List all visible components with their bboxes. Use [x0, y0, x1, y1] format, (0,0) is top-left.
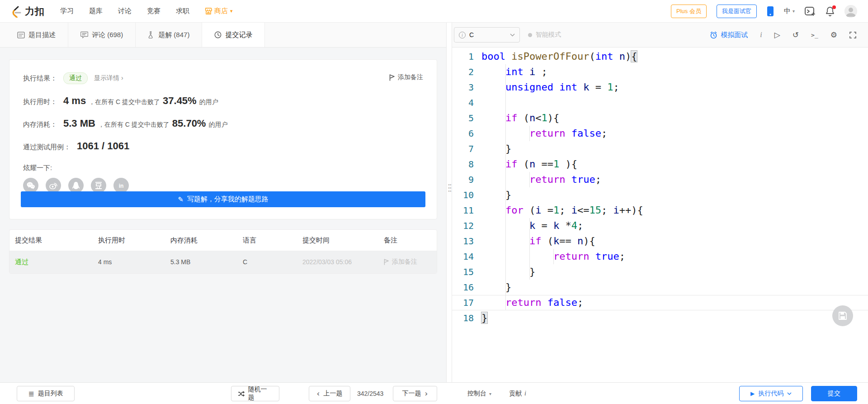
random-question-button[interactable]: 随机一题: [231, 386, 279, 401]
code-line-3[interactable]: 3 unsigned int k = 1;: [452, 80, 868, 95]
editor-shortcuts-info-icon[interactable]: i: [760, 31, 762, 38]
store-icon: [205, 8, 212, 14]
code-token: true: [595, 251, 619, 262]
smart-mode-indicator[interactable]: 智能模式: [528, 31, 561, 39]
nav-item-3[interactable]: 竞赛: [147, 7, 160, 15]
write-solution-button[interactable]: ✎ 写题解，分享我的解题思路: [21, 191, 425, 207]
code-token: int: [505, 66, 524, 77]
code-line-9[interactable]: 9 return true;: [452, 172, 868, 187]
tab-1[interactable]: 评论 (698): [68, 23, 136, 47]
code-line-4[interactable]: 4: [452, 95, 868, 110]
save-code-button[interactable]: [832, 305, 853, 326]
notification-bell-icon[interactable]: [826, 6, 835, 16]
code-token: return: [505, 297, 541, 308]
mode-dot-icon: [528, 33, 532, 37]
code-line-11[interactable]: 11 for (i =1; i<=15; i++){: [452, 203, 868, 218]
submission-status[interactable]: 通过: [15, 258, 98, 266]
weibo-share-icon[interactable]: [46, 178, 61, 193]
language-select[interactable]: i C: [454, 27, 520, 43]
row-add-note-button[interactable]: 添加备注: [384, 258, 437, 266]
nav-item-1[interactable]: 题库: [89, 7, 103, 15]
code-line-6[interactable]: 6 return false;: [452, 126, 868, 141]
contribute-label: 贡献: [509, 390, 522, 398]
run-icon[interactable]: ▷: [774, 31, 780, 39]
console-toggle[interactable]: 控制台 ▾: [467, 386, 491, 401]
code-token: bool: [481, 51, 505, 62]
stat-percent: 37.45%: [163, 95, 197, 107]
code-token: true: [571, 174, 595, 185]
tab-0[interactable]: 题目描述: [5, 23, 68, 47]
tab-label: 题目描述: [28, 31, 56, 39]
status-badge[interactable]: 通过: [63, 72, 88, 84]
editor-pane: i C 智能模式 模拟面试 i ▷ ↺ >_ ⚙: [452, 23, 868, 382]
code-line-15[interactable]: 15 }: [452, 264, 868, 280]
show-details-link[interactable]: 显示详情 ›: [94, 74, 123, 82]
leetcode-submission-page: 力扣 学习题库讨论竞赛求职商店▾ Plus 会员 我是面试官 中 ▾: [0, 0, 868, 404]
contribute-link[interactable]: 贡献 i: [509, 386, 526, 401]
fullscreen-icon[interactable]: [849, 32, 856, 38]
linkedin-share-icon[interactable]: in: [113, 178, 129, 193]
code-line-5[interactable]: 5 if (n<1){: [452, 110, 868, 126]
code-line-13[interactable]: 13 if (k== n){: [452, 233, 868, 249]
code-line-2[interactable]: 2 int i ;: [452, 64, 868, 80]
code-token: [565, 128, 571, 139]
random-question-label: 随机一题: [248, 385, 273, 402]
execution-result-card: 添加备注 执行结果： 通过 显示详情 › 执行用时：4 ms，在所有 C 提交中…: [9, 59, 437, 219]
tab-2[interactable]: 题解 (847): [136, 23, 202, 47]
wechat-share-icon[interactable]: [23, 178, 38, 193]
run-code-button[interactable]: ▶ 执行代码: [739, 386, 803, 401]
plus-member-button[interactable]: Plus 会员: [671, 5, 707, 18]
language-switcher[interactable]: 中 ▾: [784, 7, 795, 15]
code-line-17[interactable]: 17 return false;: [452, 295, 868, 310]
code-token: i: [613, 204, 619, 216]
add-note-button[interactable]: 添加备注: [389, 73, 423, 81]
table-row[interactable]: 通过 4 ms 5.3 MB C 2022/03/03 05:06 添加备注: [9, 251, 437, 273]
code-editor[interactable]: 1bool isPowerOfFour(int n){2 int i ;3 un…: [452, 48, 868, 382]
tab-3-active[interactable]: 提交记录: [202, 23, 265, 47]
leetcode-logo[interactable]: 力扣: [11, 5, 45, 18]
code-text: for (i =1; i<=15; i++){: [481, 203, 643, 218]
previous-question-button[interactable]: ‹ 上一题: [309, 386, 350, 401]
reset-code-icon[interactable]: ↺: [793, 31, 799, 39]
console-prompt-icon[interactable]: >_: [811, 32, 818, 38]
mock-interview-button[interactable]: 模拟面试: [710, 31, 748, 39]
qq-share-icon[interactable]: [68, 178, 84, 193]
pane-resize-handle[interactable]: ••••••: [447, 23, 452, 382]
stat-label: 内存消耗：: [23, 120, 57, 129]
code-text: unsigned int k = 1;: [481, 80, 619, 95]
nav-item-5[interactable]: 商店▾: [205, 7, 233, 15]
table-header-cell: 备注: [384, 236, 437, 245]
nav-item-label: 求职: [176, 7, 189, 15]
indent-guide: [505, 110, 506, 126]
code-token: [481, 66, 505, 77]
code-line-14[interactable]: 14 return true;: [452, 249, 868, 264]
douban-share-icon[interactable]: [91, 178, 106, 193]
user-avatar[interactable]: [844, 5, 857, 18]
next-question-button[interactable]: 下一题 ›: [393, 386, 437, 401]
problem-list-button[interactable]: ≣ 题目列表: [17, 386, 75, 401]
line-number: 1: [452, 51, 474, 62]
question-progress: 342/2543: [357, 386, 383, 401]
drag-dots-icon: ••••••: [448, 183, 452, 193]
main-nav: 学习题库讨论竞赛求职商店▾: [60, 7, 233, 15]
interviewer-button[interactable]: 我是面试官: [717, 5, 757, 18]
code-line-10[interactable]: 10 }: [452, 187, 868, 203]
code-token: return: [553, 251, 589, 262]
nav-item-4[interactable]: 求职: [176, 7, 189, 15]
code-line-16[interactable]: 16 }: [452, 280, 868, 295]
nav-item-0[interactable]: 学习: [60, 7, 74, 15]
code-line-1[interactable]: 1bool isPowerOfFour(int n){: [452, 49, 868, 64]
code-line-18[interactable]: 18}: [452, 310, 868, 326]
playground-new-icon[interactable]: [805, 6, 816, 16]
submit-button[interactable]: 提交: [811, 386, 857, 401]
line-number: 2: [452, 67, 474, 77]
code-line-8[interactable]: 8 if (n ==1 ){: [452, 157, 868, 172]
nav-item-2[interactable]: 讨论: [118, 7, 132, 15]
code-line-12[interactable]: 12 k = k *4;: [452, 218, 868, 233]
code-token: ;: [595, 174, 601, 185]
stat-mid-text: ，在所有 C 提交中击败了: [98, 121, 170, 129]
mobile-app-icon[interactable]: [767, 6, 774, 17]
stat-label: 通过测试用例：: [23, 143, 71, 152]
code-line-7[interactable]: 7 }: [452, 141, 868, 157]
settings-gear-icon[interactable]: ⚙: [830, 31, 837, 39]
